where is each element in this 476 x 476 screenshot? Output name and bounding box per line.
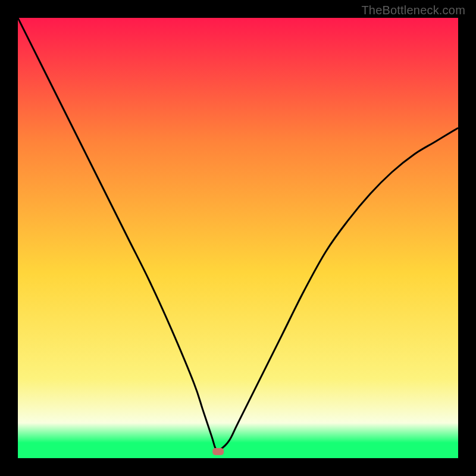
optimum-marker [212,448,224,455]
chart-plot-area [18,18,458,458]
outer-frame: TheBottleneck.com [0,0,476,476]
gradient-background [18,18,458,458]
chart-svg [18,18,458,458]
watermark-text: TheBottleneck.com [361,4,465,17]
